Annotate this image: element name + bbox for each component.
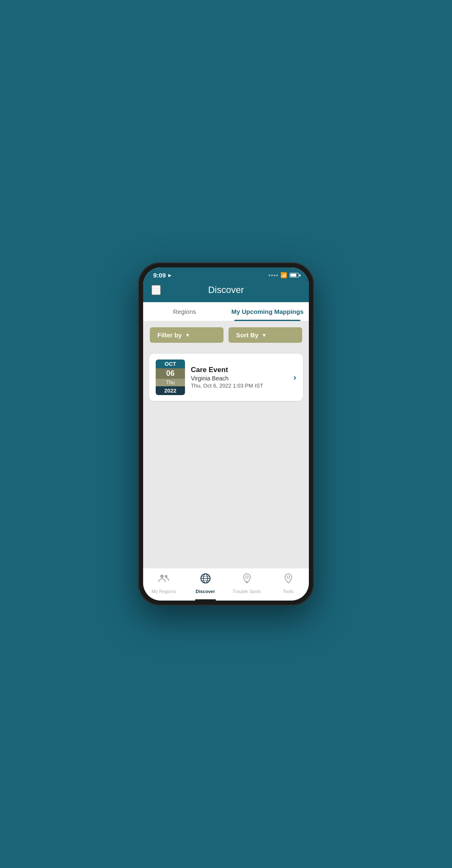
time-display: 9:09 <box>153 272 166 279</box>
signal-dots-icon <box>269 275 278 276</box>
tools-icon <box>282 573 294 587</box>
status-bar: 9:09 ▶ 📶 <box>143 267 309 281</box>
nav-item-my-regions[interactable]: My Regions <box>143 573 185 594</box>
trouble-spots-label: Trouble Spots <box>232 589 261 594</box>
tools-label: Tools <box>283 589 294 594</box>
wifi-icon: 📶 <box>280 272 287 278</box>
phone-frame: 9:09 ▶ 📶 ☰ Discover <box>138 262 314 606</box>
event-card[interactable]: Oct 06 Thu 2022 Care Event Virginia Beac… <box>149 354 303 401</box>
svg-point-9 <box>287 576 290 578</box>
status-icons: 📶 <box>269 272 299 278</box>
content-area: Oct 06 Thu 2022 Care Event Virginia Beac… <box>143 349 309 568</box>
trouble-spots-icon <box>241 573 253 587</box>
event-year: 2022 <box>156 386 185 395</box>
phone-screen: 9:09 ▶ 📶 ☰ Discover <box>143 267 309 601</box>
svg-point-7 <box>246 576 248 578</box>
nav-item-trouble-spots[interactable]: Trouble Spots <box>226 573 267 594</box>
nav-item-tools[interactable]: Tools <box>267 573 309 594</box>
event-weekday: Thu <box>156 379 185 386</box>
event-datetime: Thu, Oct 6, 2022 1:03 PM IST <box>191 383 288 389</box>
event-title: Care Event <box>191 366 288 374</box>
filter-sort-bar: Filter by ▼ Sort By ▼ <box>143 321 309 349</box>
date-badge: Oct 06 Thu 2022 <box>156 360 185 395</box>
my-regions-label: My Regions <box>152 589 176 594</box>
filter-chevron-icon: ▼ <box>185 332 190 338</box>
my-regions-icon <box>158 573 170 587</box>
page-title: Discover <box>208 285 244 295</box>
tab-upcoming-mappings[interactable]: My Upcoming Mappings <box>226 302 309 321</box>
event-month: Oct <box>156 360 185 368</box>
menu-button[interactable]: ☰ <box>152 285 161 295</box>
event-info: Care Event Virginia Beach Thu, Oct 6, 20… <box>191 366 288 389</box>
filter-by-button[interactable]: Filter by ▼ <box>150 327 223 343</box>
svg-point-1 <box>164 575 167 578</box>
app-header: ☰ Discover <box>143 281 309 302</box>
tab-regions[interactable]: Regions <box>143 302 226 321</box>
location-arrow-icon: ▶ <box>168 273 171 277</box>
sort-label: Sort By <box>236 331 258 339</box>
sort-chevron-icon: ▼ <box>262 332 267 338</box>
event-location: Virginia Beach <box>191 375 288 382</box>
discover-label: Discover <box>195 589 215 594</box>
nav-item-discover[interactable]: Discover <box>185 573 226 594</box>
tabs-container: Regions My Upcoming Mappings <box>143 302 309 321</box>
event-chevron-right-icon: › <box>293 372 296 382</box>
svg-point-0 <box>160 575 164 578</box>
status-time: 9:09 ▶ <box>153 272 171 279</box>
sort-by-button[interactable]: Sort By ▼ <box>229 327 302 343</box>
event-day: 06 <box>156 368 185 379</box>
discover-icon <box>200 573 211 587</box>
hamburger-icon: ☰ <box>152 285 160 295</box>
battery-icon <box>290 273 299 277</box>
bottom-nav: My Regions Discover <box>143 568 309 601</box>
filter-label: Filter by <box>157 331 182 339</box>
svg-rect-8 <box>246 581 248 583</box>
